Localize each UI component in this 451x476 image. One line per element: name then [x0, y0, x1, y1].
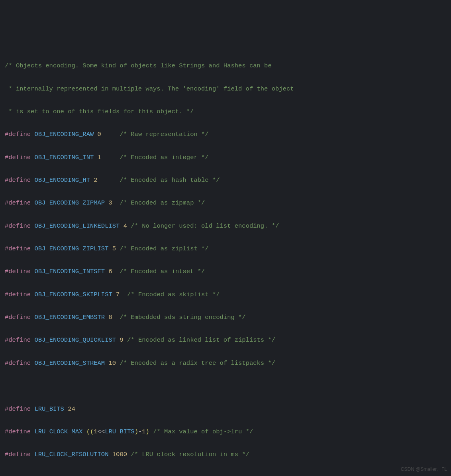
comment: /* Encoded as zipmap */: [120, 199, 205, 207]
paren: ((: [86, 428, 94, 435]
comment: /* LRU clock resolution in ms */: [131, 451, 249, 458]
watermark: CSDN @Smaller、FL: [401, 465, 447, 474]
define-kw: #define: [5, 291, 31, 298]
macro: OBJ_ENCODING_LINKEDLIST: [34, 222, 120, 230]
macro: OBJ_ENCODING_EMBSTR: [34, 314, 105, 321]
number: 5: [112, 245, 116, 252]
comment: /* No longer used: old list encoding. */: [131, 222, 279, 230]
comment: /* Encoded as ziplist */: [120, 245, 208, 252]
define-kw: #define: [5, 428, 31, 435]
code-block: /* Objects encoding. Some kind of object…: [5, 49, 446, 476]
macro: LRU_CLOCK_MAX: [34, 428, 82, 435]
macro: LRU_BITS: [105, 428, 134, 435]
macro: OBJ_ENCODING_HT: [34, 177, 90, 184]
paren: ): [135, 428, 138, 435]
define-kw: #define: [5, 314, 31, 321]
define-kw: #define: [5, 131, 31, 138]
comment: /* Encoded as linked list of ziplists */: [127, 336, 275, 344]
define-kw: #define: [5, 245, 31, 252]
comment: /* Max value of obj->lru */: [153, 428, 253, 435]
number: 1: [94, 428, 97, 435]
comment: /* Encoded as intset */: [120, 268, 205, 275]
paren: ): [146, 428, 149, 435]
comment: /* Raw representation */: [120, 131, 208, 138]
define-kw: #define: [5, 451, 31, 458]
op: <<: [98, 428, 105, 435]
macro: OBJ_ENCODING_RAW: [34, 131, 94, 138]
macro: LRU_BITS: [34, 405, 64, 413]
define-kw: #define: [5, 154, 31, 161]
comment: /* Encoded as skiplist */: [127, 291, 220, 298]
comment: /* Encoded as integer */: [120, 154, 208, 161]
op: -: [138, 428, 142, 435]
define-kw: #define: [5, 222, 31, 230]
macro: LRU_CLOCK_RESOLUTION: [34, 451, 108, 458]
comment: /* Objects encoding. Some kind of object…: [5, 62, 272, 69]
macro: OBJ_ENCODING_INT: [34, 154, 94, 161]
number: 1: [142, 428, 145, 435]
define-kw: #define: [5, 268, 31, 275]
comment: * internally represented in multiple way…: [5, 85, 294, 92]
macro: OBJ_ENCODING_ZIPMAP: [34, 199, 105, 207]
macro: OBJ_ENCODING_ZIPLIST: [34, 245, 108, 252]
macro: OBJ_ENCODING_SKIPLIST: [34, 291, 112, 298]
macro: OBJ_ENCODING_QUICKLIST: [34, 336, 116, 344]
number: 24: [68, 405, 75, 413]
number: 7: [116, 291, 120, 298]
number: 10: [108, 360, 116, 367]
comment: /* Encoded as hash table */: [120, 177, 220, 184]
define-kw: #define: [5, 360, 31, 367]
number: 0: [98, 131, 101, 138]
define-kw: #define: [5, 336, 31, 344]
define-kw: #define: [5, 199, 31, 207]
number: 6: [108, 268, 112, 275]
number: 1000: [112, 451, 127, 458]
number: 2: [94, 177, 97, 184]
macro: OBJ_ENCODING_INTSET: [34, 268, 105, 275]
comment: /* Embedded sds string encoding */: [120, 314, 245, 321]
number: 3: [108, 199, 112, 207]
number: 1: [98, 154, 101, 161]
comment: /* Encoded as a radix tree of listpacks …: [120, 360, 275, 367]
comment: * is set to one of this fields for this …: [5, 108, 194, 115]
number: 8: [108, 314, 112, 321]
macro: OBJ_ENCODING_STREAM: [34, 360, 105, 367]
number: 4: [124, 222, 127, 230]
define-kw: #define: [5, 405, 31, 413]
number: 9: [120, 336, 123, 344]
define-kw: #define: [5, 177, 31, 184]
